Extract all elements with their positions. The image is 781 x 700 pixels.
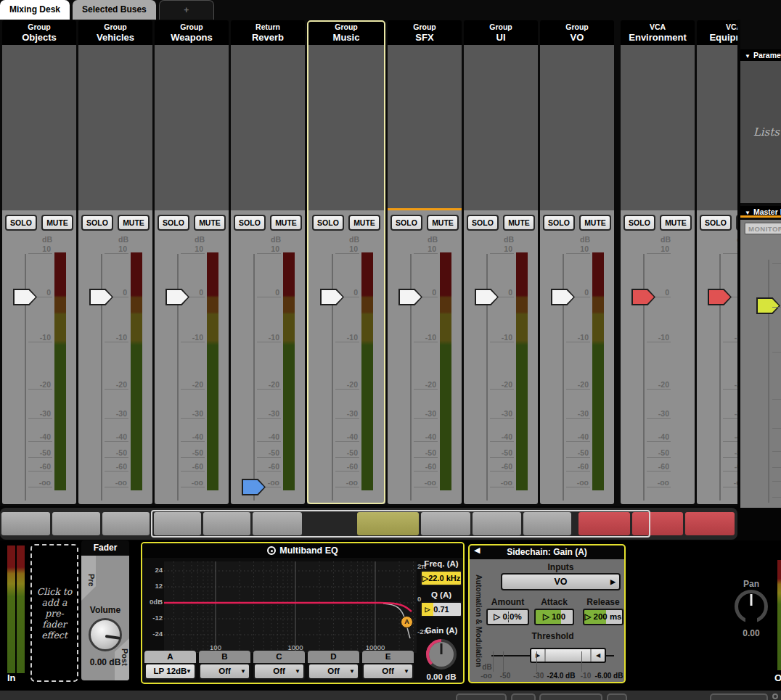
parameters-header[interactable]: ▼Parameters — [740, 49, 781, 61]
solo-button[interactable]: SOLO — [390, 215, 422, 231]
solo-button[interactable]: SOLO — [158, 215, 189, 231]
strip-header[interactable]: Group Music — [307, 20, 385, 45]
mute-button[interactable]: MUTE — [736, 215, 737, 231]
strip-effect-deck[interactable] — [2, 45, 76, 210]
eq-band-tab[interactable]: B — [199, 651, 250, 663]
strip-header[interactable]: VCA Environment — [621, 20, 695, 45]
clipped-button[interactable] — [607, 693, 627, 700]
eq-graph[interactable] — [164, 561, 417, 653]
eq-band-type-dropdown[interactable]: Off▼ — [362, 663, 414, 680]
overview-block[interactable] — [685, 512, 735, 535]
add-prefader-effect-slot[interactable]: Click to add a pre-fader effect — [30, 544, 78, 682]
solo-button[interactable]: SOLO — [5, 215, 37, 231]
strip-header[interactable]: VCA Equipment — [697, 20, 737, 45]
eq-panel-header[interactable]: Multiband EQ — [142, 543, 463, 558]
strip-header[interactable]: Group Weapons — [155, 20, 229, 45]
solo-button[interactable]: SOLO — [234, 215, 266, 231]
solo-button[interactable]: SOLO — [312, 215, 344, 231]
eq-band-type-dropdown[interactable]: LP 12dB▼ — [144, 663, 196, 680]
strip-effect-deck[interactable] — [697, 45, 737, 210]
strip-effect-deck[interactable] — [231, 45, 305, 210]
strip-header[interactable]: Group UI — [464, 20, 538, 45]
strip-effect-deck[interactable] — [78, 45, 152, 210]
mute-button[interactable]: MUTE — [579, 215, 611, 231]
freq-value-box[interactable]: ▷22.0 kHz — [420, 570, 462, 586]
channel-strip-vo[interactable]: Group VO SOLO MUTE dB 100-10-20-30-40-50… — [540, 20, 614, 504]
strip-header[interactable]: Group SFX — [388, 20, 462, 45]
channel-strip-ui[interactable]: Group UI SOLO MUTE dB 100-10-20-30-40-50… — [464, 20, 538, 504]
collapse-left-icon[interactable]: ◀ — [474, 545, 480, 555]
eq-band-type-dropdown[interactable]: Off▼ — [308, 663, 359, 680]
clipped-button[interactable] — [539, 693, 602, 700]
strip-effect-deck[interactable] — [388, 45, 462, 210]
inputs-dropdown[interactable]: VO▶ — [501, 573, 621, 590]
overview-block[interactable] — [102, 512, 150, 535]
volume-value[interactable]: 0.00 dB — [81, 657, 129, 667]
strip-effect-deck[interactable] — [155, 45, 229, 210]
clipped-button[interactable] — [511, 693, 536, 700]
clipped-button[interactable] — [456, 693, 507, 700]
master-fader-handle[interactable] — [756, 297, 780, 314]
bypass-toggle-icon[interactable] — [267, 546, 276, 555]
clipped-knob[interactable] — [772, 693, 778, 699]
overview-block[interactable] — [52, 512, 100, 535]
pan-knob[interactable] — [735, 590, 768, 623]
overview-block[interactable] — [1, 512, 50, 535]
master-bus-header[interactable]: ▼Master Bus — [740, 206, 781, 218]
strip-header[interactable]: Group Objects — [2, 20, 76, 45]
mute-button[interactable]: MUTE — [348, 215, 380, 231]
threshold-range-slider[interactable]: ▶ ◀ — [530, 648, 606, 663]
eq-band-type-dropdown[interactable]: Off▼ — [253, 663, 305, 680]
strip-effect-deck[interactable] — [307, 45, 385, 210]
threshold-high-handle[interactable]: ◀ — [590, 649, 605, 662]
solo-button[interactable]: SOLO — [543, 215, 575, 231]
solo-button[interactable]: SOLO — [81, 215, 113, 231]
gain-knob[interactable] — [426, 639, 457, 670]
q-value-box[interactable]: 0.71 — [420, 601, 462, 617]
gain-value[interactable]: 0.00 dB — [420, 672, 462, 681]
release-value-box[interactable]: ▷ 200 ms — [583, 609, 623, 625]
mute-button[interactable]: MUTE — [118, 215, 150, 231]
tab-selected-buses[interactable]: Selected Buses — [73, 0, 156, 20]
sidechain-header[interactable]: Sidechain: Gain (A) — [470, 545, 624, 559]
solo-button[interactable]: SOLO — [700, 215, 732, 231]
pre-fader-tab[interactable]: Pre — [81, 556, 96, 601]
eq-band-tab[interactable]: C — [253, 651, 305, 663]
mute-button[interactable]: MUTE — [427, 215, 459, 231]
mute-button[interactable]: MUTE — [41, 215, 73, 231]
strip-header[interactable]: Group VO — [540, 20, 614, 45]
channel-strip-reverb[interactable]: Return Reverb SOLO MUTE dB 100-10-20-30-… — [231, 20, 305, 504]
monitor-button[interactable]: MONITOR — [744, 222, 781, 235]
mute-button[interactable]: MUTE — [503, 215, 535, 231]
strip-header[interactable]: Return Reverb — [231, 20, 305, 45]
eq-band-type-dropdown[interactable]: Off▼ — [199, 663, 250, 680]
strip-effect-deck[interactable] — [540, 45, 614, 210]
eq-band-a-handle[interactable]: A — [401, 616, 413, 628]
channel-strip-vehicles[interactable]: Group Vehicles SOLO MUTE dB 100-10-20-30… — [78, 20, 152, 504]
attack-value-box[interactable]: ▷ 100 ms — [534, 609, 574, 625]
channel-strip-sfx[interactable]: Group SFX SOLO MUTE dB 100-10-20-30-40-5… — [388, 20, 462, 504]
mute-button[interactable]: MUTE — [660, 215, 692, 231]
volume-knob[interactable] — [89, 618, 122, 651]
clipped-button[interactable] — [710, 693, 768, 700]
eq-band-tab[interactable]: A — [144, 651, 196, 663]
channel-strip-music[interactable]: Group Music SOLO MUTE dB 100-10-20-30-40… — [307, 20, 385, 504]
solo-button[interactable]: SOLO — [467, 215, 499, 231]
overview-viewport-frame[interactable] — [151, 510, 650, 538]
amount-value-box[interactable]: ▷ 0.0% — [486, 609, 529, 625]
solo-button[interactable]: SOLO — [623, 215, 655, 231]
eq-band-tab[interactable]: E — [362, 651, 414, 663]
strip-effect-deck[interactable] — [464, 45, 538, 210]
strip-effect-deck[interactable] — [621, 45, 695, 210]
threshold-low-handle[interactable]: ▶ — [531, 649, 546, 662]
tab-mixing-desk[interactable]: Mixing Desk — [0, 0, 70, 20]
add-tab-button[interactable]: + — [159, 0, 214, 20]
eq-band-tab[interactable]: D — [308, 651, 359, 663]
mute-button[interactable]: MUTE — [194, 215, 226, 231]
channel-strip-objects[interactable]: Group Objects SOLO MUTE dB 100-10-20-30-… — [2, 20, 76, 504]
pan-value[interactable]: 0.00 — [735, 628, 768, 638]
channel-strip-weapons[interactable]: Group Weapons SOLO MUTE dB 100-10-20-30-… — [155, 20, 229, 504]
channel-strip-equipment[interactable]: VCA Equipment SOLO MUTE dB 100-10-20-30-… — [697, 20, 737, 504]
strip-header[interactable]: Group Vehicles — [78, 20, 152, 45]
channel-strip-environment[interactable]: VCA Environment SOLO MUTE dB 100-10-20-3… — [621, 20, 695, 504]
